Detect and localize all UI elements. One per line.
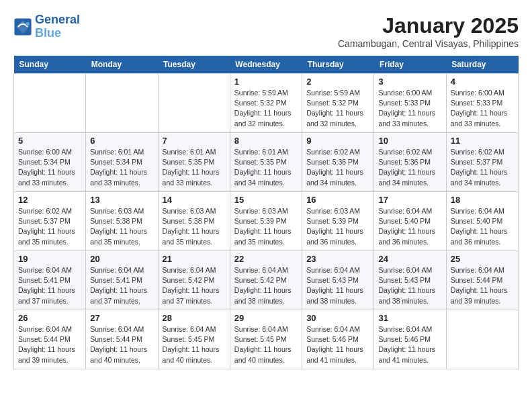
table-row: 21Sunrise: 6:04 AM Sunset: 5:42 PM Dayli… — [158, 251, 230, 310]
day-info: Sunrise: 6:04 AM Sunset: 5:44 PM Dayligh… — [18, 324, 81, 365]
day-info: Sunrise: 5:59 AM Sunset: 5:32 PM Dayligh… — [234, 88, 298, 129]
calendar-week-row: 19Sunrise: 6:04 AM Sunset: 5:41 PM Dayli… — [14, 251, 519, 310]
table-row — [158, 74, 230, 133]
table-row: 19Sunrise: 6:04 AM Sunset: 5:41 PM Dayli… — [14, 251, 86, 310]
calendar-week-row: 5Sunrise: 6:00 AM Sunset: 5:34 PM Daylig… — [14, 133, 519, 192]
header-sunday: Sunday — [14, 56, 86, 74]
day-info: Sunrise: 6:03 AM Sunset: 5:38 PM Dayligh… — [90, 206, 153, 247]
weekday-header-row: Sunday Monday Tuesday Wednesday Thursday… — [14, 56, 519, 74]
day-info: Sunrise: 6:00 AM Sunset: 5:34 PM Dayligh… — [18, 147, 81, 188]
month-title: January 2025 — [338, 13, 519, 38]
day-number: 29 — [234, 313, 298, 323]
logo: General Blue — [13, 13, 80, 40]
logo-line1: General — [35, 13, 80, 26]
day-number: 9 — [306, 136, 369, 146]
day-number: 23 — [306, 254, 369, 264]
day-number: 16 — [306, 195, 369, 205]
table-row: 14Sunrise: 6:03 AM Sunset: 5:38 PM Dayli… — [158, 192, 230, 251]
day-number: 15 — [234, 195, 298, 205]
day-info: Sunrise: 6:03 AM Sunset: 5:39 PM Dayligh… — [306, 206, 369, 247]
day-info: Sunrise: 6:04 AM Sunset: 5:40 PM Dayligh… — [451, 206, 514, 247]
day-info: Sunrise: 6:04 AM Sunset: 5:44 PM Dayligh… — [451, 265, 514, 306]
day-number: 30 — [306, 313, 369, 323]
day-number: 24 — [378, 254, 441, 264]
day-info: Sunrise: 6:04 AM Sunset: 5:41 PM Dayligh… — [90, 265, 153, 306]
day-info: Sunrise: 6:01 AM Sunset: 5:35 PM Dayligh… — [163, 147, 226, 188]
table-row: 28Sunrise: 6:04 AM Sunset: 5:45 PM Dayli… — [158, 310, 230, 369]
day-info: Sunrise: 6:04 AM Sunset: 5:45 PM Dayligh… — [234, 324, 298, 365]
table-row: 17Sunrise: 6:04 AM Sunset: 5:40 PM Dayli… — [374, 192, 446, 251]
day-info: Sunrise: 6:04 AM Sunset: 5:40 PM Dayligh… — [378, 206, 441, 247]
day-number: 1 — [234, 77, 298, 87]
table-row: 20Sunrise: 6:04 AM Sunset: 5:41 PM Dayli… — [86, 251, 158, 310]
day-info: Sunrise: 6:02 AM Sunset: 5:36 PM Dayligh… — [306, 147, 369, 188]
table-row: 13Sunrise: 6:03 AM Sunset: 5:38 PM Dayli… — [86, 192, 158, 251]
page-header: General Blue January 2025 Camambugan, Ce… — [13, 13, 519, 49]
header-saturday: Saturday — [446, 56, 518, 74]
day-number: 12 — [18, 195, 81, 205]
table-row: 26Sunrise: 6:04 AM Sunset: 5:44 PM Dayli… — [14, 310, 86, 369]
day-number: 31 — [378, 313, 441, 323]
logo-line2: Blue — [35, 26, 61, 40]
day-info: Sunrise: 6:02 AM Sunset: 5:37 PM Dayligh… — [18, 206, 81, 247]
day-number: 26 — [18, 313, 81, 323]
svg-point-2 — [26, 22, 30, 26]
table-row: 3Sunrise: 6:00 AM Sunset: 5:33 PM Daylig… — [374, 74, 446, 133]
day-info: Sunrise: 6:04 AM Sunset: 5:46 PM Dayligh… — [378, 324, 441, 365]
table-row: 30Sunrise: 6:04 AM Sunset: 5:46 PM Dayli… — [302, 310, 374, 369]
day-info: Sunrise: 6:01 AM Sunset: 5:35 PM Dayligh… — [234, 147, 298, 188]
logo-text: General Blue — [35, 13, 80, 40]
day-info: Sunrise: 5:59 AM Sunset: 5:32 PM Dayligh… — [306, 88, 369, 129]
header-tuesday: Tuesday — [158, 56, 230, 74]
header-wednesday: Wednesday — [230, 56, 302, 74]
logo-icon — [13, 17, 32, 36]
header-friday: Friday — [374, 56, 446, 74]
table-row — [86, 74, 158, 133]
day-info: Sunrise: 6:04 AM Sunset: 5:41 PM Dayligh… — [18, 265, 81, 306]
day-info: Sunrise: 6:04 AM Sunset: 5:42 PM Dayligh… — [234, 265, 298, 306]
day-number: 14 — [163, 195, 226, 205]
table-row: 18Sunrise: 6:04 AM Sunset: 5:40 PM Dayli… — [446, 192, 518, 251]
day-number: 18 — [451, 195, 514, 205]
day-info: Sunrise: 6:04 AM Sunset: 5:43 PM Dayligh… — [306, 265, 369, 306]
table-row: 24Sunrise: 6:04 AM Sunset: 5:43 PM Dayli… — [374, 251, 446, 310]
table-row: 10Sunrise: 6:02 AM Sunset: 5:36 PM Dayli… — [374, 133, 446, 192]
header-monday: Monday — [86, 56, 158, 74]
day-info: Sunrise: 6:02 AM Sunset: 5:36 PM Dayligh… — [378, 147, 441, 188]
day-info: Sunrise: 6:00 AM Sunset: 5:33 PM Dayligh… — [378, 88, 441, 129]
day-info: Sunrise: 6:04 AM Sunset: 5:42 PM Dayligh… — [163, 265, 226, 306]
table-row: 23Sunrise: 6:04 AM Sunset: 5:43 PM Dayli… — [302, 251, 374, 310]
day-number: 25 — [451, 254, 514, 264]
day-number: 4 — [451, 77, 514, 87]
table-row: 27Sunrise: 6:04 AM Sunset: 5:44 PM Dayli… — [86, 310, 158, 369]
title-area: January 2025 Camambugan, Central Visayas… — [338, 13, 519, 49]
table-row: 16Sunrise: 6:03 AM Sunset: 5:39 PM Dayli… — [302, 192, 374, 251]
day-number: 21 — [163, 254, 226, 264]
day-info: Sunrise: 6:02 AM Sunset: 5:37 PM Dayligh… — [451, 147, 514, 188]
day-number: 3 — [378, 77, 441, 87]
table-row: 1Sunrise: 5:59 AM Sunset: 5:32 PM Daylig… — [230, 74, 302, 133]
day-info: Sunrise: 6:04 AM Sunset: 5:46 PM Dayligh… — [306, 324, 369, 365]
day-info: Sunrise: 6:01 AM Sunset: 5:34 PM Dayligh… — [90, 147, 153, 188]
calendar-week-row: 12Sunrise: 6:02 AM Sunset: 5:37 PM Dayli… — [14, 192, 519, 251]
table-row: 9Sunrise: 6:02 AM Sunset: 5:36 PM Daylig… — [302, 133, 374, 192]
table-row: 11Sunrise: 6:02 AM Sunset: 5:37 PM Dayli… — [446, 133, 518, 192]
table-row: 22Sunrise: 6:04 AM Sunset: 5:42 PM Dayli… — [230, 251, 302, 310]
table-row: 7Sunrise: 6:01 AM Sunset: 5:35 PM Daylig… — [158, 133, 230, 192]
table-row: 5Sunrise: 6:00 AM Sunset: 5:34 PM Daylig… — [14, 133, 86, 192]
calendar-week-row: 26Sunrise: 6:04 AM Sunset: 5:44 PM Dayli… — [14, 310, 519, 369]
day-number: 8 — [234, 136, 298, 146]
table-row — [14, 74, 86, 133]
table-row: 31Sunrise: 6:04 AM Sunset: 5:46 PM Dayli… — [374, 310, 446, 369]
day-info: Sunrise: 6:03 AM Sunset: 5:39 PM Dayligh… — [234, 206, 298, 247]
day-number: 11 — [451, 136, 514, 146]
table-row: 6Sunrise: 6:01 AM Sunset: 5:34 PM Daylig… — [86, 133, 158, 192]
day-info: Sunrise: 6:00 AM Sunset: 5:33 PM Dayligh… — [451, 88, 514, 129]
day-number: 2 — [306, 77, 369, 87]
table-row: 2Sunrise: 5:59 AM Sunset: 5:32 PM Daylig… — [302, 74, 374, 133]
calendar-week-row: 1Sunrise: 5:59 AM Sunset: 5:32 PM Daylig… — [14, 74, 519, 133]
day-number: 13 — [90, 195, 153, 205]
calendar-table: Sunday Monday Tuesday Wednesday Thursday… — [13, 56, 519, 369]
day-number: 7 — [163, 136, 226, 146]
day-number: 6 — [90, 136, 153, 146]
